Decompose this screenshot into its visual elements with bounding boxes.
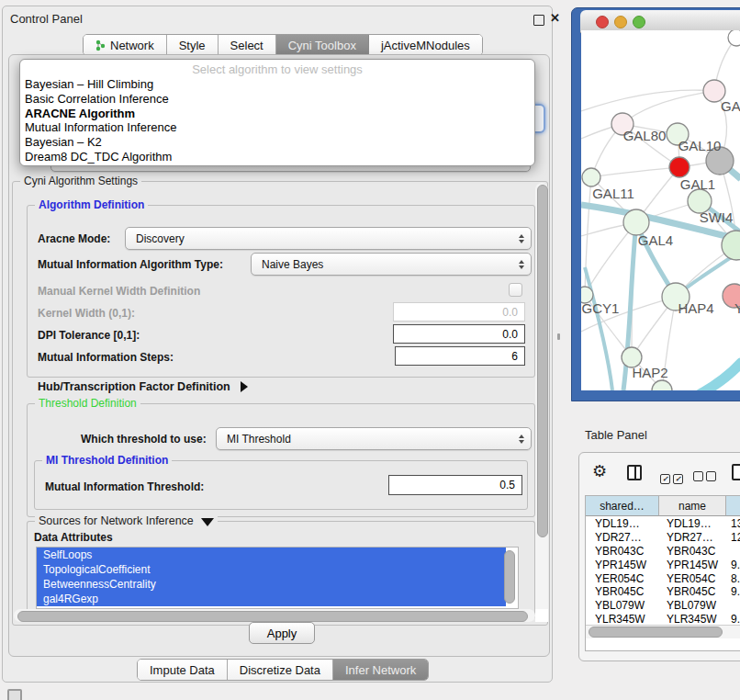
table-cell: YBR043C — [667, 545, 727, 558]
column-header-name[interactable]: name — [659, 496, 726, 516]
close-icon[interactable]: ✕ — [550, 11, 560, 25]
attribute-list-item[interactable]: gal4RGexp — [37, 592, 506, 606]
tab-style[interactable]: Style — [167, 35, 219, 55]
attribute-list-item[interactable]: BetweennessCentrality — [37, 577, 506, 592]
aracne-mode-combobox[interactable]: Discovery — [125, 227, 532, 250]
network-edge — [591, 167, 679, 177]
select-all-icon[interactable]: ✓✓ — [660, 469, 686, 485]
table-cell: YBL079W — [595, 599, 659, 612]
bottom-tab-impute-data[interactable]: Impute Data — [138, 660, 228, 680]
table-row[interactable]: YBR045CYBR045C9. — [586, 585, 740, 599]
sources-group-title[interactable]: Sources for Network Inference — [35, 514, 218, 527]
mi-type-label: Mutual Information Algorithm Type: — [38, 258, 223, 271]
network-node-gal11[interactable] — [582, 168, 600, 186]
dropdown-item[interactable]: Dream8 DC_TDC Algorithm — [20, 150, 534, 164]
column-header-shared…[interactable]: shared… — [586, 496, 659, 516]
table-panel-window: ⚙ ✓✓ shared…nameA YDL19…YDL19…13YDR27…YD… — [578, 452, 740, 661]
attribute-list-item[interactable]: TopologicalCoefficient — [37, 562, 506, 577]
table-row[interactable]: YDL19…YDL19…13 — [586, 517, 740, 531]
manual-kernel-label: Manual Kernel Width Definition — [38, 285, 200, 298]
table-body: YDL19…YDL19…13YDR27…YDR27…12YBR043CYBR04… — [586, 517, 740, 624]
dropdown-item[interactable]: Bayesian – Hill Climbing — [20, 77, 534, 92]
chevron-right-icon — [241, 381, 248, 392]
table-cell: YDR27… — [595, 531, 659, 544]
network-canvas[interactable]: GALGAL80GAL10GAL11GAL1SWI4GAL4GCY1HAP4YH… — [581, 30, 740, 390]
dropdown-item[interactable]: Mutual Information Inference — [20, 120, 534, 135]
dropdown-prompt: Select algorithm to view settings — [20, 60, 534, 77]
combo-spinner-icon — [519, 435, 524, 444]
bottom-task-tabs: Impute DataDiscretize DataInfer Network — [137, 659, 429, 681]
table-row[interactable]: YBL079WYBL079W — [586, 599, 740, 613]
table-row[interactable]: YER054CYER054C8. — [586, 571, 740, 585]
zoom-traffic-light[interactable] — [633, 16, 645, 28]
data-attributes-list[interactable]: SelfLoopsTopologicalCoefficientBetweenne… — [36, 547, 519, 609]
collapsed-panel-icon[interactable] — [7, 689, 22, 700]
dropdown-item[interactable]: Basic Correlation Inference — [20, 92, 534, 107]
table-row[interactable]: YPR145WYPR145W9. — [586, 558, 740, 571]
bottom-tab-infer-network[interactable]: Infer Network — [333, 660, 428, 680]
tab-jactivemnodules[interactable]: jActiveMNodules — [369, 35, 482, 55]
tab-label: Network — [110, 39, 154, 52]
node-label-swi4: SWI4 — [700, 209, 734, 225]
table-cell: YBR043C — [595, 545, 659, 558]
threshold-definition-title: Threshold Definition — [35, 397, 140, 410]
network-node-gal4[interactable] — [623, 209, 649, 235]
control-panel-window: Control Panel ✕ NetworkStyleSelectCyni T… — [2, 6, 553, 683]
combo-spinner-icon — [519, 234, 524, 243]
gear-icon[interactable]: ⚙ — [592, 463, 607, 480]
settings-group-title: Cyni Algorithm Settings — [20, 175, 141, 187]
deselect-all-icon[interactable] — [693, 469, 719, 485]
float-icon[interactable] — [533, 15, 544, 26]
sources-title-text: Sources for Network Inference — [39, 514, 194, 527]
table-cell: YDR27… — [667, 531, 727, 544]
table-cell: YLR345W — [667, 613, 727, 624]
settings-hscroll-thumb[interactable] — [17, 611, 528, 622]
attribute-list-item[interactable]: SelfLoops — [37, 548, 506, 562]
scroll-corner — [535, 609, 548, 622]
which-threshold-combobox[interactable]: MI Threshold — [216, 427, 532, 450]
aracne-mode-value: Discovery — [136, 232, 185, 245]
dropdown-item[interactable]: ARACNE Algorithm — [20, 107, 534, 121]
apply-button[interactable]: Apply — [249, 622, 315, 644]
table-row[interactable]: YBR043CYBR043C — [586, 545, 740, 559]
split-columns-icon[interactable] — [627, 465, 642, 480]
table-header-row: shared…nameA — [586, 496, 740, 516]
manual-kernel-checkbox[interactable] — [509, 283, 522, 297]
mi-steps-field[interactable]: 6 — [395, 346, 525, 366]
mi-type-combobox[interactable]: Naive Bayes — [251, 253, 532, 276]
tab-label: Cyni Toolbox — [288, 39, 356, 52]
close-traffic-light[interactable] — [596, 16, 609, 28]
tab-select[interactable]: Select — [219, 35, 276, 55]
node-label-hap2: HAP2 — [632, 365, 667, 380]
table-cell: YPR145W — [667, 559, 727, 571]
column-header-A[interactable]: A — [726, 496, 740, 516]
dropdown-item[interactable]: Bayesian – K2 — [20, 135, 534, 150]
mi-threshold-group-title: MI Threshold Definition — [42, 454, 172, 467]
tab-label: jActiveMNodules — [381, 39, 470, 52]
table-hscroll-thumb[interactable] — [589, 627, 723, 638]
tab-cyni-toolbox[interactable]: Cyni Toolbox — [276, 35, 369, 55]
node-label-gal11: GAL11 — [592, 186, 634, 201]
settings-vscroll-thumb[interactable] — [537, 185, 548, 537]
mi-threshold-field[interactable]: 0.5 — [388, 475, 522, 495]
kernel-width-value: 0.0 — [502, 306, 518, 319]
kernel-width-field[interactable]: 0.0 — [393, 302, 525, 322]
network-icon — [95, 40, 106, 51]
dpi-tolerance-field[interactable]: 0.0 — [393, 324, 525, 344]
network-node-gal1[interactable] — [669, 157, 690, 177]
minimize-traffic-light[interactable] — [614, 16, 627, 28]
panel-splitter-handle[interactable] — [557, 333, 560, 340]
bottom-tab-discretize-data[interactable]: Discretize Data — [228, 660, 333, 680]
node-label-y: Y — [734, 300, 740, 316]
table-cell: 12 — [731, 531, 740, 544]
control-panel-title: Control Panel — [10, 12, 83, 26]
document-icon[interactable] — [732, 464, 740, 480]
table-row[interactable]: YDR27…YDR27…12 — [586, 531, 740, 545]
table-row[interactable]: YLR345WYLR345W9. — [586, 613, 740, 624]
hub-definition-toggle[interactable]: Hub/Transcription Factor Definition — [38, 380, 248, 393]
aracne-mode-label: Aracne Mode: — [38, 232, 110, 245]
table-cell: YPR145W — [595, 559, 659, 571]
network-node[interactable] — [728, 30, 740, 46]
attributes-list-scrollbar[interactable] — [504, 550, 515, 604]
tab-network[interactable]: Network — [84, 35, 167, 55]
